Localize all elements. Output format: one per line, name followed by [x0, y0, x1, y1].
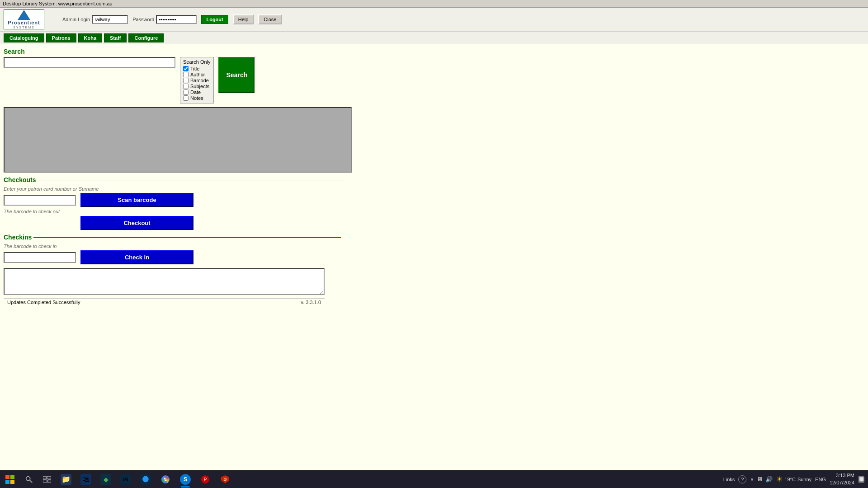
svg-rect-2 [5, 480, 9, 484]
clock-time: 3:13 PM [836, 472, 854, 479]
notification-button[interactable]: ⬜ [858, 476, 864, 483]
svg-rect-8 [43, 480, 47, 483]
admin-login-label: Admin Login [62, 17, 90, 22]
admin-login-input[interactable] [92, 15, 128, 24]
taskbar-right: Links ? ∧ 🖥 🔊 ☀ 19°C Sunny ENG 3:13 PM 1… [720, 470, 868, 488]
taskbar-app-edge[interactable] [136, 470, 156, 488]
weather-area: ☀ 19°C Sunny [776, 475, 811, 483]
checkin-button[interactable]: Check in [80, 250, 193, 264]
patrons-button[interactable]: Patrons [46, 33, 76, 42]
search-only-box: Search Only Title Author Barcode Subject… [180, 57, 214, 103]
checkbox-notes-label: Notes [190, 95, 203, 101]
taskbar-app-shield[interactable]: ⊘ [215, 470, 235, 488]
svg-text:P: P [204, 477, 207, 482]
taskbar-app-skype[interactable]: S [175, 470, 195, 488]
staff-button[interactable]: Staff [104, 33, 127, 42]
close-button[interactable]: Close [258, 14, 282, 24]
checkbox-author-row: Author [183, 72, 211, 77]
checkout-button[interactable]: Checkout [80, 216, 193, 230]
taskbar-app-store[interactable]: 🛍 [76, 470, 96, 488]
taskbar-app-red[interactable]: P [195, 470, 215, 488]
scan-barcode-button[interactable]: Scan barcode [80, 193, 193, 207]
configure-button[interactable]: Configure [128, 33, 164, 42]
cataloguing-button[interactable]: Cataloguing [4, 33, 44, 42]
checkouts-header-line: Checkouts [4, 176, 864, 183]
weather-temp: 19°C [784, 477, 796, 482]
checkbox-subjects-row: Subjects [183, 84, 211, 89]
password-input[interactable] [156, 15, 197, 24]
language-indicator: ENG [815, 477, 826, 482]
taskbar-help-icon[interactable]: ? [738, 475, 746, 483]
patron-hint: Enter your patron card number or Surname [4, 186, 864, 192]
clock: 3:13 PM 12/07/2024 [830, 472, 854, 486]
search-button[interactable]: Search [218, 57, 255, 93]
checkbox-subjects[interactable] [183, 84, 189, 89]
weather-condition: Sunny [797, 477, 811, 482]
search-section-title: Search [4, 48, 864, 55]
system-tray: ∧ 🖥 🔊 [750, 476, 773, 483]
checkins-divider [33, 237, 341, 238]
checkbox-barcode[interactable] [183, 78, 189, 83]
checkin-input[interactable] [4, 252, 76, 263]
svg-line-5 [30, 480, 32, 482]
admin-login-group: Admin Login [62, 15, 128, 24]
title-bar: Desktop Library System: www.prosentient.… [0, 0, 868, 8]
taskbar-app-explorer[interactable]: 📁 [56, 470, 76, 488]
taskbar-app-green[interactable]: ◆ [96, 470, 116, 488]
checkout-button-row: Checkout [80, 216, 864, 230]
svg-point-4 [26, 476, 30, 480]
status-text: Updates Completed Successfully [7, 300, 80, 305]
header: Prosentient SYSTEMS Admin Login Password… [0, 8, 868, 32]
tray-up-arrow[interactable]: ∧ [750, 476, 754, 483]
status-bar: Updates Completed Successfully v. 3.3.1.… [4, 298, 325, 306]
checkbox-notes-row: Notes [183, 95, 211, 101]
password-group: Password [132, 15, 197, 24]
log-area[interactable] [4, 268, 325, 295]
results-area [4, 107, 352, 173]
search-only-title: Search Only [183, 59, 211, 65]
checkin-input-row: Check in [4, 250, 864, 264]
checkbox-subjects-label: Subjects [190, 84, 209, 89]
patron-input[interactable] [4, 195, 76, 206]
svg-rect-6 [43, 476, 46, 479]
version-text: v. 3.3.1.0 [301, 300, 321, 305]
search-row: Search Only Title Author Barcode Subject… [4, 57, 864, 103]
start-button[interactable] [0, 470, 20, 488]
checkins-section: Checkins The barcode to check in Check i… [4, 234, 864, 264]
checkbox-title-label: Title [190, 66, 199, 71]
svg-rect-3 [10, 480, 14, 484]
taskbar-links-label: Links [723, 477, 735, 482]
svg-rect-9 [48, 480, 51, 483]
nav-bar: Cataloguing Patrons Koha Staff Configure [0, 32, 868, 44]
checkbox-barcode-row: Barcode [183, 78, 211, 83]
taskbar-search-button[interactable] [20, 470, 38, 488]
checkbox-title[interactable] [183, 66, 189, 71]
checkbox-barcode-label: Barcode [190, 78, 209, 83]
weather-icon: ☀ [776, 475, 783, 483]
taskbar-task-view-button[interactable] [38, 470, 56, 488]
taskbar-app-chrome-blue[interactable] [156, 470, 175, 488]
tray-network-icon: 🖥 [757, 476, 763, 483]
taskbar-app-mail[interactable]: ✉ [116, 470, 136, 488]
password-label: Password [132, 17, 154, 22]
patron-input-row: Scan barcode [4, 193, 864, 207]
search-input[interactable] [4, 57, 175, 68]
checkouts-divider [38, 180, 345, 180]
logo: Prosentient SYSTEMS [4, 9, 44, 29]
checkbox-title-row: Title [183, 66, 211, 71]
checkbox-author[interactable] [183, 72, 189, 77]
checkins-header-line: Checkins [4, 234, 864, 241]
koha-button[interactable]: Koha [78, 33, 103, 42]
taskbar: 📁 🛍 ◆ ✉ S [0, 470, 868, 488]
barcode-hint: The barcode to check out [4, 209, 864, 214]
logout-button[interactable]: Logout [201, 15, 228, 24]
checkbox-date-label: Date [190, 89, 201, 95]
checkins-title: Checkins [4, 234, 33, 241]
checkbox-author-label: Author [190, 72, 205, 77]
svg-rect-1 [10, 475, 14, 479]
help-button[interactable]: Help [233, 14, 254, 24]
checkbox-date[interactable] [183, 89, 189, 95]
checkbox-notes[interactable] [183, 95, 189, 101]
checkbox-date-row: Date [183, 89, 211, 95]
checkouts-section: Checkouts Enter your patron card number … [4, 176, 864, 230]
